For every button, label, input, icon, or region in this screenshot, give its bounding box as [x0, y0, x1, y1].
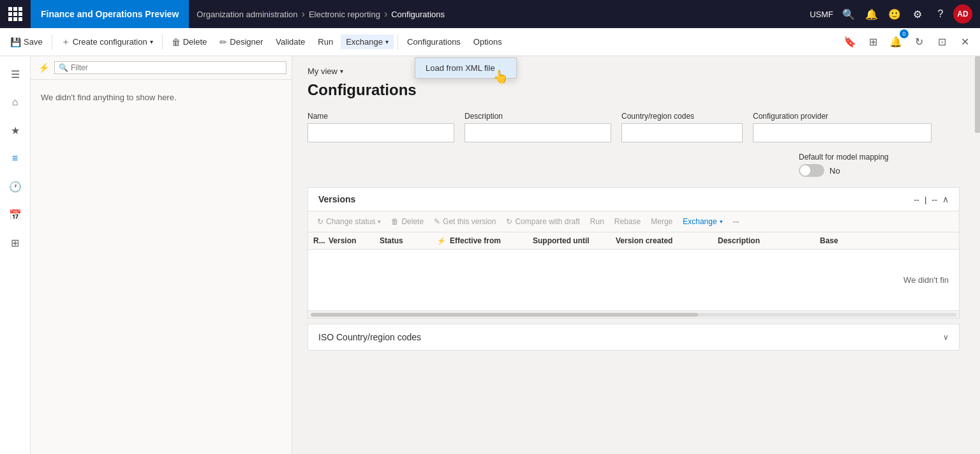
delete-icon: 🗑: [172, 37, 181, 47]
description-input[interactable]: [464, 123, 611, 142]
smiley-icon[interactable]: 🙂: [884, 4, 905, 24]
versions-run-button[interactable]: Run: [586, 215, 608, 228]
close-icon[interactable]: ✕: [954, 32, 975, 52]
search-input[interactable]: [71, 63, 282, 72]
provider-input[interactable]: [753, 123, 932, 142]
versions-empty-text: We didn't fin: [903, 275, 949, 285]
change-status-button[interactable]: ↻ Change status ▾: [313, 215, 385, 228]
rebase-label: Rebase: [614, 217, 641, 226]
compare-icon: ↻: [506, 217, 512, 226]
designer-icon: ✏: [219, 37, 227, 47]
name-input[interactable]: [308, 123, 454, 142]
sidebar-favorites-icon[interactable]: ★: [3, 117, 28, 143]
apps-button[interactable]: [0, 0, 31, 28]
validate-button[interactable]: Validate: [271, 34, 310, 49]
filter-icon: ⚡: [38, 63, 49, 73]
help-icon[interactable]: ?: [930, 4, 951, 24]
search-box[interactable]: 🔍: [54, 61, 286, 74]
options-button[interactable]: Options: [468, 34, 507, 49]
get-version-icon: ✎: [434, 217, 440, 226]
change-status-chevron: ▾: [378, 218, 381, 225]
view-label: My view: [308, 66, 338, 76]
sidebar-calendar-icon[interactable]: 📅: [3, 202, 28, 227]
versions-scrollbar[interactable]: [308, 310, 959, 318]
default-mapping-value: No: [829, 166, 840, 176]
country-input[interactable]: [621, 123, 743, 142]
empty-text: We didn't find anything to show here.: [41, 93, 177, 102]
sidebar-recent-icon[interactable]: 🕐: [3, 174, 28, 199]
designer-label: Designer: [230, 37, 263, 47]
versions-exchange-label: Exchange: [683, 217, 716, 226]
right-scrollbar[interactable]: [975, 56, 980, 454]
breadcrumb-er[interactable]: Electronic reporting: [309, 10, 380, 19]
versions-toolbar: ↻ Change status ▾ 🗑 Delete ✎ Get this ve…: [308, 211, 959, 232]
run-button[interactable]: Run: [313, 34, 338, 49]
scrollbar-thumb: [311, 313, 698, 317]
col-effective-header: Effective from: [450, 236, 533, 245]
view-chevron-icon: ▾: [340, 68, 343, 75]
breadcrumb-current: Configurations: [391, 10, 445, 19]
merge-button[interactable]: Merge: [647, 215, 676, 228]
iso-chevron-icon[interactable]: ∨: [943, 333, 949, 342]
notification-badge: 0: [900, 29, 909, 38]
description-field: Description: [464, 112, 611, 142]
get-this-version-button[interactable]: ✎ Get this version: [430, 215, 500, 228]
create-chevron-icon: ▾: [150, 38, 153, 45]
view-selector[interactable]: My view ▾: [308, 66, 960, 76]
merge-label: Merge: [651, 217, 672, 226]
panel-icon[interactable]: ⊞: [863, 32, 883, 52]
versions-exchange-chevron: ▾: [720, 218, 723, 225]
col-created-header: Version created: [616, 236, 718, 245]
versions-exchange-button[interactable]: Exchange ▾: [679, 215, 726, 228]
versions-delete-button[interactable]: 🗑 Delete: [387, 215, 427, 228]
app-title: Finance and Operations Preview: [31, 0, 189, 28]
left-panel-empty-message: We didn't find anything to show here.: [31, 80, 292, 115]
save-button[interactable]: 💾 Save: [5, 34, 48, 50]
versions-more-label: ···: [733, 217, 739, 226]
expand-icon[interactable]: ⊡: [932, 32, 952, 52]
col-status-header: Status: [380, 236, 437, 245]
refresh-icon[interactable]: ↻: [909, 32, 929, 52]
configurations-button[interactable]: Configurations: [402, 34, 466, 49]
create-configuration-button[interactable]: ＋ Create configuration ▾: [56, 34, 158, 50]
versions-delete-label: Delete: [401, 217, 424, 226]
col-filter-icon[interactable]: ⚡: [437, 237, 450, 245]
provider-field: Configuration provider: [753, 112, 932, 142]
page-title-text: Configurations: [308, 81, 417, 98]
versions-more-button[interactable]: ···: [729, 215, 743, 228]
form-row-1: Name Description Country/region codes Co…: [308, 112, 960, 142]
right-content: My view ▾ Configurations Name Descriptio…: [292, 56, 975, 454]
col-supported-header: Supported until: [533, 236, 616, 245]
notification-action-icon[interactable]: 🔔 0: [886, 32, 906, 52]
default-mapping-toggle[interactable]: [799, 164, 824, 177]
sidebar-menu-icon[interactable]: ☰: [3, 61, 28, 87]
filter-button[interactable]: ⚡: [36, 60, 52, 75]
breadcrumb-org[interactable]: Organization administration: [197, 10, 297, 19]
exchange-button[interactable]: Exchange ▾: [341, 34, 394, 49]
versions-controls: -- | -- ∧: [914, 194, 949, 204]
description-label: Description: [464, 112, 611, 121]
save-label: Save: [24, 37, 43, 47]
sidebar-home-icon[interactable]: ⌂: [3, 89, 28, 115]
sidebar-list-icon[interactable]: ≡: [3, 146, 28, 171]
breadcrumb: Organization administration › Electronic…: [189, 8, 810, 20]
search-nav-icon[interactable]: 🔍: [838, 4, 859, 24]
sidebar-workspaces-icon[interactable]: ⊞: [3, 230, 28, 255]
designer-button[interactable]: ✏ Designer: [214, 34, 268, 50]
name-field: Name: [308, 112, 454, 142]
versions-collapse-icon[interactable]: ∧: [942, 194, 949, 204]
main-layout: ☰ ⌂ ★ ≡ 🕐 📅 ⊞ ⚡ 🔍 We didn't find anythin…: [0, 56, 980, 454]
avatar[interactable]: AD: [953, 4, 972, 24]
bookmark-icon[interactable]: 🔖: [840, 32, 860, 52]
delete-button[interactable]: 🗑 Delete: [167, 34, 212, 50]
load-from-xml-item[interactable]: Load from XML file: [415, 58, 516, 78]
versions-dash2: --: [932, 195, 937, 204]
iso-header[interactable]: ISO Country/region codes ∨: [308, 324, 959, 350]
settings-icon[interactable]: ⚙: [907, 4, 928, 24]
exchange-dropdown: Load from XML file: [415, 57, 517, 79]
get-version-label: Get this version: [443, 217, 496, 226]
versions-header: Versions -- | -- ∧: [308, 188, 959, 211]
rebase-button[interactable]: Rebase: [611, 215, 644, 228]
notification-icon[interactable]: 🔔: [861, 4, 882, 24]
compare-with-draft-button[interactable]: ↻ Compare with draft: [502, 215, 583, 228]
